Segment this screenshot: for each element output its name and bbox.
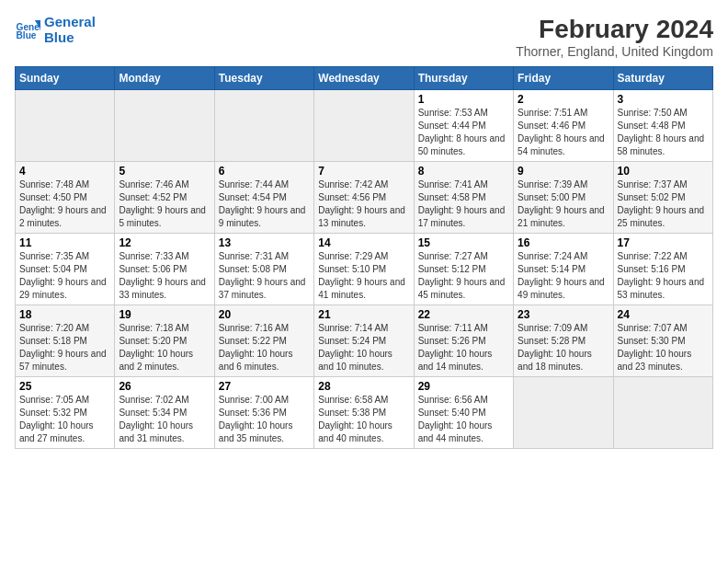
calendar-cell: 1Sunrise: 7:53 AM Sunset: 4:44 PM Daylig… xyxy=(414,90,513,162)
logo: General Blue General Blue xyxy=(15,15,96,45)
calendar-cell: 8Sunrise: 7:41 AM Sunset: 4:58 PM Daylig… xyxy=(414,162,513,234)
day-info: Sunrise: 7:44 AM Sunset: 4:54 PM Dayligh… xyxy=(219,178,310,230)
logo-general: General xyxy=(44,14,96,29)
calendar-table: SundayMondayTuesdayWednesdayThursdayFrid… xyxy=(15,66,713,449)
svg-text:Blue: Blue xyxy=(17,30,37,40)
day-number: 23 xyxy=(518,308,609,321)
day-number: 7 xyxy=(318,165,409,178)
calendar-cell: 25Sunrise: 7:05 AM Sunset: 5:32 PM Dayli… xyxy=(16,377,115,449)
day-header-tuesday: Tuesday xyxy=(214,67,313,90)
calendar-cell: 26Sunrise: 7:02 AM Sunset: 5:34 PM Dayli… xyxy=(115,377,214,449)
day-number: 17 xyxy=(618,236,709,249)
day-number: 8 xyxy=(418,165,509,178)
day-info: Sunrise: 6:56 AM Sunset: 5:40 PM Dayligh… xyxy=(418,394,509,445)
day-info: Sunrise: 7:09 AM Sunset: 5:28 PM Dayligh… xyxy=(518,322,609,373)
calendar-cell: 5Sunrise: 7:46 AM Sunset: 4:52 PM Daylig… xyxy=(115,162,214,234)
day-number: 13 xyxy=(219,236,310,249)
logo-icon: General Blue xyxy=(15,17,40,43)
day-info: Sunrise: 7:29 AM Sunset: 5:10 PM Dayligh… xyxy=(318,250,409,302)
day-number: 27 xyxy=(219,380,310,393)
calendar-week-row: 11Sunrise: 7:35 AM Sunset: 5:04 PM Dayli… xyxy=(16,234,713,305)
day-info: Sunrise: 7:51 AM Sunset: 4:46 PM Dayligh… xyxy=(518,107,609,158)
calendar-cell: 2Sunrise: 7:51 AM Sunset: 4:46 PM Daylig… xyxy=(514,90,613,162)
calendar-cell: 3Sunrise: 7:50 AM Sunset: 4:48 PM Daylig… xyxy=(613,90,712,162)
day-info: Sunrise: 7:46 AM Sunset: 4:52 PM Dayligh… xyxy=(119,178,210,230)
page-header: General Blue General Blue February 2024 … xyxy=(15,15,713,59)
day-info: Sunrise: 7:16 AM Sunset: 5:22 PM Dayligh… xyxy=(219,322,310,373)
calendar-week-row: 1Sunrise: 7:53 AM Sunset: 4:44 PM Daylig… xyxy=(16,90,713,162)
day-number: 14 xyxy=(318,236,409,249)
day-number: 22 xyxy=(418,308,509,321)
calendar-cell: 21Sunrise: 7:14 AM Sunset: 5:24 PM Dayli… xyxy=(314,305,414,377)
logo-blue: Blue xyxy=(44,29,74,45)
calendar-cell xyxy=(214,90,313,162)
day-info: Sunrise: 7:39 AM Sunset: 5:00 PM Dayligh… xyxy=(518,178,609,230)
day-number: 4 xyxy=(19,165,110,178)
calendar-cell: 9Sunrise: 7:39 AM Sunset: 5:00 PM Daylig… xyxy=(514,162,613,234)
day-number: 16 xyxy=(518,236,609,249)
calendar-cell: 23Sunrise: 7:09 AM Sunset: 5:28 PM Dayli… xyxy=(514,305,613,377)
calendar-cell: 29Sunrise: 6:56 AM Sunset: 5:40 PM Dayli… xyxy=(414,377,513,449)
day-number: 3 xyxy=(618,93,709,106)
day-number: 15 xyxy=(418,236,509,249)
calendar-cell: 18Sunrise: 7:20 AM Sunset: 5:18 PM Dayli… xyxy=(16,305,115,377)
day-info: Sunrise: 7:14 AM Sunset: 5:24 PM Dayligh… xyxy=(318,322,409,373)
calendar-cell: 16Sunrise: 7:24 AM Sunset: 5:14 PM Dayli… xyxy=(514,234,613,305)
calendar-week-row: 4Sunrise: 7:48 AM Sunset: 4:50 PM Daylig… xyxy=(16,162,713,234)
calendar-cell: 10Sunrise: 7:37 AM Sunset: 5:02 PM Dayli… xyxy=(613,162,712,234)
day-info: Sunrise: 7:37 AM Sunset: 5:02 PM Dayligh… xyxy=(618,178,709,230)
calendar-cell: 6Sunrise: 7:44 AM Sunset: 4:54 PM Daylig… xyxy=(214,162,313,234)
day-number: 1 xyxy=(418,93,509,106)
day-info: Sunrise: 7:11 AM Sunset: 5:26 PM Dayligh… xyxy=(418,322,509,373)
day-number: 9 xyxy=(518,165,609,178)
calendar-cell: 27Sunrise: 7:00 AM Sunset: 5:36 PM Dayli… xyxy=(214,377,313,449)
calendar-cell: 13Sunrise: 7:31 AM Sunset: 5:08 PM Dayli… xyxy=(214,234,313,305)
calendar-cell: 15Sunrise: 7:27 AM Sunset: 5:12 PM Dayli… xyxy=(414,234,513,305)
day-header-thursday: Thursday xyxy=(414,67,513,90)
day-info: Sunrise: 7:27 AM Sunset: 5:12 PM Dayligh… xyxy=(418,250,509,302)
calendar-week-row: 25Sunrise: 7:05 AM Sunset: 5:32 PM Dayli… xyxy=(16,377,713,449)
day-info: Sunrise: 7:07 AM Sunset: 5:30 PM Dayligh… xyxy=(618,322,709,373)
day-number: 20 xyxy=(219,308,310,321)
page-subtitle: Thorner, England, United Kingdom xyxy=(516,44,713,59)
calendar-cell: 20Sunrise: 7:16 AM Sunset: 5:22 PM Dayli… xyxy=(214,305,313,377)
day-info: Sunrise: 7:35 AM Sunset: 5:04 PM Dayligh… xyxy=(19,250,110,302)
calendar-cell: 22Sunrise: 7:11 AM Sunset: 5:26 PM Dayli… xyxy=(414,305,513,377)
day-info: Sunrise: 7:05 AM Sunset: 5:32 PM Dayligh… xyxy=(19,394,110,445)
day-number: 29 xyxy=(418,380,509,393)
day-number: 10 xyxy=(618,165,709,178)
day-info: Sunrise: 6:58 AM Sunset: 5:38 PM Dayligh… xyxy=(318,394,409,445)
day-header-monday: Monday xyxy=(115,67,214,90)
day-info: Sunrise: 7:22 AM Sunset: 5:16 PM Dayligh… xyxy=(618,250,709,302)
day-number: 19 xyxy=(119,308,210,321)
title-block: February 2024 Thorner, England, United K… xyxy=(516,15,713,59)
day-info: Sunrise: 7:00 AM Sunset: 5:36 PM Dayligh… xyxy=(219,394,310,445)
day-number: 6 xyxy=(219,165,310,178)
day-info: Sunrise: 7:53 AM Sunset: 4:44 PM Dayligh… xyxy=(418,107,509,158)
day-number: 18 xyxy=(19,308,110,321)
calendar-cell xyxy=(514,377,613,449)
day-header-saturday: Saturday xyxy=(613,67,712,90)
calendar-cell: 12Sunrise: 7:33 AM Sunset: 5:06 PM Dayli… xyxy=(115,234,214,305)
day-number: 28 xyxy=(318,380,409,393)
day-info: Sunrise: 7:41 AM Sunset: 4:58 PM Dayligh… xyxy=(418,178,509,230)
page-title: February 2024 xyxy=(516,15,713,44)
calendar-cell: 14Sunrise: 7:29 AM Sunset: 5:10 PM Dayli… xyxy=(314,234,414,305)
calendar-cell xyxy=(115,90,214,162)
calendar-cell: 4Sunrise: 7:48 AM Sunset: 4:50 PM Daylig… xyxy=(16,162,115,234)
day-info: Sunrise: 7:48 AM Sunset: 4:50 PM Dayligh… xyxy=(19,178,110,230)
day-info: Sunrise: 7:18 AM Sunset: 5:20 PM Dayligh… xyxy=(119,322,210,373)
calendar-cell xyxy=(16,90,115,162)
day-header-sunday: Sunday xyxy=(16,67,115,90)
day-number: 25 xyxy=(19,380,110,393)
calendar-header-row: SundayMondayTuesdayWednesdayThursdayFrid… xyxy=(16,67,713,90)
day-info: Sunrise: 7:50 AM Sunset: 4:48 PM Dayligh… xyxy=(618,107,709,158)
day-info: Sunrise: 7:20 AM Sunset: 5:18 PM Dayligh… xyxy=(19,322,110,373)
day-info: Sunrise: 7:24 AM Sunset: 5:14 PM Dayligh… xyxy=(518,250,609,302)
day-number: 12 xyxy=(119,236,210,249)
calendar-cell xyxy=(613,377,712,449)
day-header-wednesday: Wednesday xyxy=(314,67,414,90)
calendar-cell: 24Sunrise: 7:07 AM Sunset: 5:30 PM Dayli… xyxy=(613,305,712,377)
day-number: 11 xyxy=(19,236,110,249)
day-number: 21 xyxy=(318,308,409,321)
